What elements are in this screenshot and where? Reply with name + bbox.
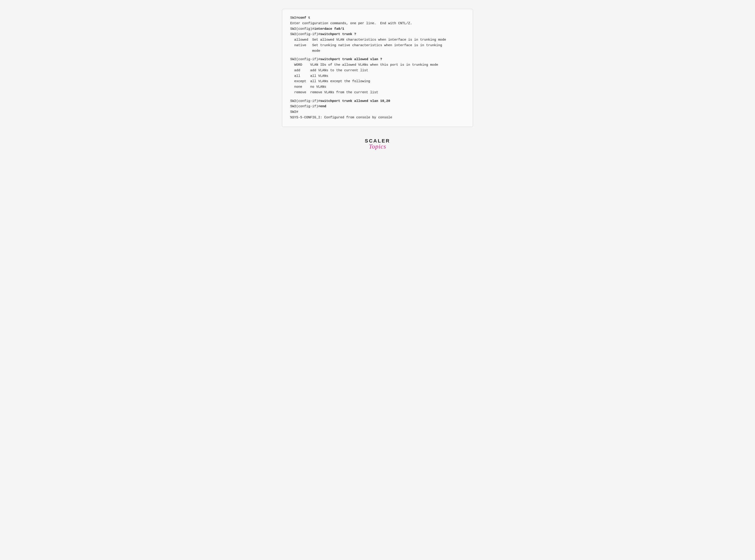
terminal-line-7: mode	[290, 48, 465, 54]
terminal-line-8: SW2(config-if)#switchport trunk allowed …	[290, 57, 465, 62]
terminal-line-3: SW2(config)#interdace fa0/1	[290, 26, 465, 32]
terminal-line-16: SW2(config-if)#end	[290, 104, 465, 109]
terminal-line-4: SW2(config-if)#switchport trunk ?	[290, 32, 465, 37]
command-bold-4: switchport trunk allowed vlan ?	[320, 58, 382, 61]
terminal-line-9: WORD VLAN IDs of the allowed VLANs when …	[290, 62, 465, 68]
spacer-2	[290, 96, 465, 99]
terminal-line-15: SW2(config-if)#switchport trunk allowed …	[290, 99, 465, 104]
command-bold-3: switchport trunk ?	[320, 33, 356, 36]
terminal-line-13: none no VLANs	[290, 84, 465, 90]
terminal-line-6: native Set trunking native characteristi…	[290, 43, 465, 48]
command-bold-5: switchport trunk allowed vlan 10,20	[320, 99, 390, 103]
terminal-line-11: all all VLANs	[290, 74, 465, 79]
terminal-line-14: remove remove VLANs from the current lis…	[290, 90, 465, 96]
terminal-box: SW2#conf t Enter configuration commands,…	[282, 9, 473, 127]
spacer-1	[290, 54, 465, 57]
terminal-line-5: allowed Set allowed VLAN characteristics…	[290, 37, 465, 43]
logo-area: SCALER Topics	[365, 138, 390, 150]
command-bold: conf t	[298, 16, 310, 20]
command-bold-2: interdace fa0/1	[314, 27, 344, 31]
terminal-line-1: SW2#conf t	[290, 15, 465, 21]
terminal-line-2: Enter configuration commands, one per li…	[290, 21, 465, 26]
terminal-line-10: add add VLANs to the current list	[290, 68, 465, 74]
terminal-line-18: %SYS-5-CONFIG_I: Configured from console…	[290, 115, 465, 121]
terminal-line-12: except all VLANs except the following	[290, 79, 465, 84]
command-bold-6: end	[320, 104, 326, 108]
logo-topics-text: Topics	[369, 143, 386, 150]
terminal-line-17: SW2#	[290, 109, 465, 115]
